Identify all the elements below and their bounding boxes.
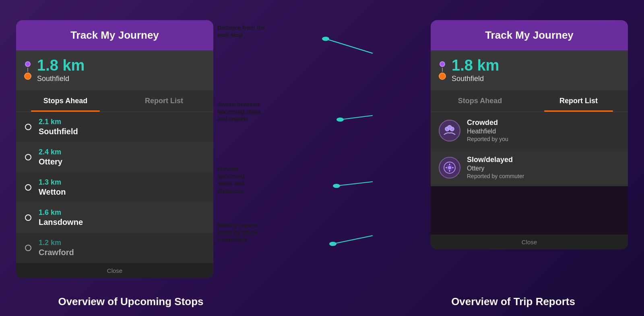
- orange-dot: [24, 73, 31, 80]
- annotation-lines-svg: [213, 20, 431, 316]
- right-phone: Track My Journey 1.8 km Southfield Stops…: [431, 20, 628, 249]
- annotation-identify: Identify reports made by fellow commuter…: [217, 222, 258, 244]
- stop-line-2: [24, 154, 32, 160]
- svg-line-6: [333, 235, 373, 244]
- annotation-switch: Switch between upcoming stops and report…: [217, 101, 261, 123]
- right-tab-stops[interactable]: Stops Ahead: [431, 90, 529, 112]
- left-phone-header: Track My Journey: [16, 20, 213, 50]
- annotation-preview-text: Preview upcoming stops and distances: [217, 165, 244, 195]
- report-icon-slow: [439, 157, 460, 179]
- stop-circle-2: [25, 154, 31, 160]
- report-content-2: Slow/delayed Ottery Reported by commuter: [467, 156, 524, 179]
- left-distance-stop: Southfield: [37, 75, 85, 83]
- right-tabs-bar: Stops Ahead Report List: [431, 90, 628, 112]
- stop-content-5: 1.2 km Crawford: [39, 239, 74, 257]
- stop-content-1: 2.1 km Southfield: [39, 118, 78, 136]
- stop-circle-3: [25, 184, 31, 191]
- svg-line-4: [336, 182, 373, 186]
- icon-connector: [27, 68, 28, 72]
- svg-line-0: [326, 39, 373, 53]
- annotations-area: Distance from the next stop Switch betwe…: [213, 20, 431, 316]
- report-item-1[interactable]: Crowded Heathfield Reported by you: [431, 112, 628, 149]
- left-tab-stops[interactable]: Stops Ahead: [16, 90, 115, 112]
- right-icon-connector: [442, 68, 443, 72]
- left-tabs-bar: Stops Ahead Report List: [16, 90, 213, 112]
- left-phone: Track My Journey 1.8 km Southfield Stops…: [16, 20, 213, 278]
- stop-line-5: [24, 245, 32, 251]
- right-stop-icon: [439, 61, 446, 80]
- right-distance-km: 1.8 km: [452, 58, 499, 73]
- svg-point-7: [329, 242, 336, 246]
- stop-item-5[interactable]: 1.2 km Crawford: [16, 233, 213, 263]
- left-tab-reports[interactable]: Report List: [115, 90, 213, 112]
- right-close-button[interactable]: Close: [431, 235, 628, 249]
- right-orange-dot: [439, 73, 446, 80]
- right-tab-reports[interactable]: Report List: [529, 90, 628, 112]
- right-distance-section: 1.8 km Southfield: [431, 50, 628, 90]
- left-stop-icon: [24, 61, 31, 80]
- left-distance-info: 1.8 km Southfield: [37, 58, 85, 83]
- left-phone-title: Track My Journey: [70, 29, 159, 41]
- report-item-2[interactable]: Slow/delayed Ottery Reported by commuter: [431, 149, 628, 186]
- right-distance-info: 1.8 km Southfield: [452, 58, 499, 83]
- stop-circle-1: [25, 124, 31, 130]
- stop-item-4[interactable]: 1.6 km Lansdowne: [16, 203, 213, 233]
- right-phone-header: Track My Journey: [431, 20, 628, 50]
- stop-line-4: [24, 214, 32, 221]
- svg-line-2: [340, 115, 373, 119]
- stop-line-3: [24, 184, 32, 191]
- right-bottom-area: [431, 186, 628, 235]
- stop-circle-5: [25, 245, 31, 251]
- stop-item-2[interactable]: 2.4 km Ottery: [16, 142, 213, 173]
- annotation-identify-text: Identify reports made by fellow commuter…: [217, 222, 258, 244]
- svg-point-5: [333, 184, 340, 188]
- purple-dot: [25, 61, 31, 67]
- right-phone-title: Track My Journey: [485, 29, 574, 41]
- right-report-list: Crowded Heathfield Reported by you: [431, 112, 628, 186]
- svg-point-3: [336, 118, 344, 122]
- stop-item-1[interactable]: 2.1 km Southfield: [16, 112, 213, 142]
- report-content-1: Crowded Heathfield Reported by you: [467, 118, 508, 142]
- svg-point-10: [448, 125, 452, 129]
- annotation-preview: Preview upcoming stops and distances: [217, 165, 244, 195]
- left-distance-km: 1.8 km: [37, 58, 85, 73]
- stop-circle-4: [25, 214, 31, 221]
- right-distance-stop: Southfield: [452, 75, 499, 83]
- left-close-button[interactable]: Close: [16, 263, 213, 278]
- svg-point-13: [448, 166, 451, 169]
- stop-line-1: [24, 124, 32, 130]
- stop-content-4: 1.6 km Lansdowne: [39, 208, 83, 227]
- annotation-distance: Distance from the next stop: [217, 24, 276, 39]
- stop-item-3[interactable]: 1.3 km Wetton: [16, 173, 213, 203]
- left-distance-section: 1.8 km Southfield: [16, 50, 213, 90]
- annotation-distance-text: Distance from the next stop: [217, 24, 276, 39]
- right-purple-dot: [440, 61, 445, 67]
- stop-content-3: 1.3 km Wetton: [39, 178, 66, 197]
- report-icon-crowded: [439, 120, 460, 141]
- svg-point-1: [322, 37, 329, 41]
- annotation-switch-text: Switch between upcoming stops and report…: [217, 101, 261, 123]
- stop-content-2: 2.4 km Ottery: [39, 148, 62, 166]
- main-container: Track My Journey 1.8 km Southfield Stops…: [0, 0, 644, 316]
- left-stops-list: 2.1 km Southfield 2.4 km Ottery 1.3 km: [16, 112, 213, 263]
